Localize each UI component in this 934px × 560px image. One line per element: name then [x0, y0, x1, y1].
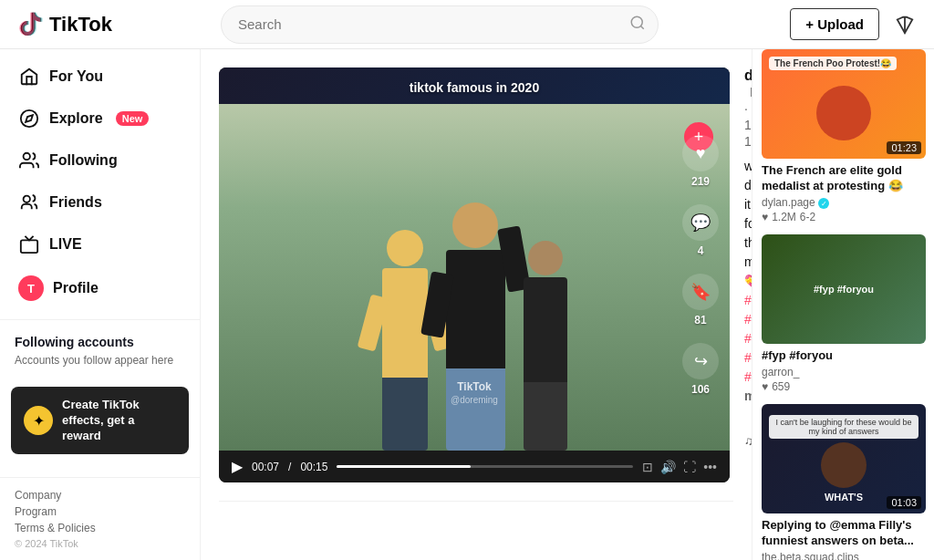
verified-badge-1: ✓ — [818, 198, 829, 209]
control-icons: ⊡ 🔊 ⛶ ••• — [642, 460, 717, 474]
sidebar-item-label: Explore — [49, 110, 103, 127]
creator-date: Ming · 1-18 — [744, 85, 752, 149]
card2-title: #fyp #foryou — [808, 278, 879, 300]
sidebar-item-label: For You — [49, 68, 103, 85]
comment-count: 4 — [698, 244, 704, 257]
time-sep: / — [288, 461, 291, 473]
thumb-duration-1: 01:23 — [887, 141, 921, 154]
suggested-title-3: Replying to @emma Filly's funniest answe… — [762, 518, 934, 549]
notification-icon[interactable] — [890, 10, 919, 39]
volume-icon[interactable]: 🔊 — [660, 460, 676, 474]
share-icon: ↪ — [682, 343, 719, 379]
sidebar-item-explore[interactable]: Explore New — [7, 99, 192, 139]
search-icon[interactable] — [629, 15, 646, 35]
comment-button[interactable]: 💬 4 — [682, 204, 719, 257]
sidebar-item-label: LIVE — [49, 236, 82, 253]
thumb-duration-3: 01:03 — [887, 496, 921, 509]
video-player: tiktok famous in 2020 — [219, 67, 730, 482]
sidebar-nav: For You Explore New Following Friend — [0, 57, 200, 312]
hashtag-2[interactable]: #blindinglightsdance — [744, 312, 752, 327]
progress-fill — [337, 465, 470, 468]
hashtag-5[interactable]: #pandemicdancechallenge — [744, 369, 752, 384]
sidebar-item-live[interactable]: LIVE — [7, 224, 192, 264]
feed: tiktok famous in 2020 — [201, 49, 752, 560]
following-accounts-desc: Accounts you follow appear here — [15, 353, 185, 368]
bookmark-icon: 🔖 — [682, 274, 719, 310]
header: TikTok + Upload — [0, 0, 934, 49]
sidebar-item-label: Profile — [53, 280, 99, 296]
header-right: + Upload — [790, 8, 919, 40]
main-layout: For You Explore New Following Friend — [0, 49, 934, 560]
video-overlay-text: tiktok famous in 2020 — [410, 80, 539, 95]
logo-area: TikTok — [15, 10, 206, 39]
suggested-title-2: #fyp #foryou — [762, 348, 934, 364]
heart-icon: ♥ — [682, 135, 719, 171]
suggested-thumb-3: I can't be laughing for these would be m… — [762, 404, 926, 513]
progress-bar[interactable] — [337, 465, 633, 468]
suggested-creator-1: dylan.page ✓ — [762, 196, 934, 210]
right-sidebar: The French Poo Protest!😂 01:23 The Frenc… — [752, 49, 934, 560]
fullscreen-icon[interactable]: ⛶ — [683, 460, 696, 474]
footer-program-link[interactable]: Program — [15, 505, 185, 518]
upload-button[interactable]: + Upload — [790, 8, 879, 40]
suggested-thumb-1: The French Poo Protest!😂 01:23 — [762, 49, 926, 159]
comment-icon: 💬 — [682, 204, 719, 241]
svg-rect-8 — [21, 240, 37, 253]
create-effects-button[interactable]: ✦ Create TikTok effects, get a reward — [11, 387, 189, 455]
following-section: Following accounts Accounts you follow a… — [0, 319, 200, 376]
hashtag-4[interactable]: #pandemicdance — [744, 350, 752, 365]
bookmark-button[interactable]: 🔖 81 — [682, 274, 719, 327]
suggested-card-3[interactable]: I can't be laughing for these would be m… — [762, 404, 934, 560]
sidebar: For You Explore New Following Friend — [0, 49, 201, 560]
sidebar-item-following[interactable]: Following — [7, 140, 192, 181]
logo-text: TikTok — [49, 13, 112, 36]
sidebar-item-friends[interactable]: Friends — [7, 182, 192, 223]
search-bar — [221, 5, 659, 44]
search-input[interactable] — [221, 5, 659, 44]
suggested-creator-2: garron_ — [762, 366, 934, 379]
watermark-handle: @doreming — [451, 395, 498, 405]
hashtag-1[interactable]: #blindinglightschallenge — [744, 293, 752, 307]
more-icon[interactable]: ••• — [703, 460, 717, 474]
svg-line-1 — [640, 26, 643, 28]
suggested-thumb-2: #fyp #foryou — [762, 234, 926, 344]
play-button[interactable]: ▶ — [232, 458, 243, 475]
home-icon — [18, 66, 40, 88]
suggested-creator-3: the.beta.squad.clips — [762, 551, 934, 560]
svg-point-4 — [21, 110, 37, 127]
like-button[interactable]: ♥ 219 — [682, 135, 719, 188]
sidebar-item-profile[interactable]: T Profile — [7, 266, 192, 310]
create-effects-label: Create TikTok effects, get a reward — [62, 398, 176, 444]
share-count: 106 — [691, 383, 710, 396]
live-icon — [18, 233, 40, 255]
footer-company-link[interactable]: Company — [15, 489, 185, 502]
users-icon — [18, 150, 40, 171]
video-controls: ▶ 00:07 / 00:15 ⊡ 🔊 ⛶ ••• — [219, 451, 730, 482]
sidebar-footer: Company Program Terms & Policies © 2024 … — [0, 477, 200, 560]
svg-marker-5 — [26, 115, 33, 122]
tiktok-logo-icon — [15, 10, 44, 39]
footer-terms-link[interactable]: Terms & Policies — [15, 522, 185, 534]
following-accounts-title: Following accounts — [15, 335, 185, 349]
footer-copyright: © 2024 TikTok — [15, 538, 185, 549]
friends-icon — [18, 192, 40, 213]
suggested-card-2[interactable]: #fyp #foryou #fyp #foryou garron_ ♥659 — [762, 234, 934, 393]
like-count: 219 — [691, 175, 710, 188]
svg-point-6 — [24, 153, 30, 160]
create-effects-icon: ✦ — [24, 406, 53, 435]
suggested-card-1[interactable]: The French Poo Protest!😂 01:23 The Frenc… — [762, 49, 934, 223]
hashtag-3[interactable]: #blindinglightscover — [744, 331, 752, 346]
video-card: tiktok famous in 2020 — [219, 49, 733, 502]
explore-new-badge: New — [116, 111, 150, 126]
suggested-title-1: The French are elite gold medalist at pr… — [762, 163, 934, 194]
creator-name[interactable]: doreming — [744, 67, 752, 83]
caption-icon[interactable]: ⊡ — [642, 460, 653, 474]
more-button[interactable]: more — [744, 389, 752, 403]
sidebar-item-for-you[interactable]: For You — [7, 57, 192, 97]
content-area: tiktok famous in 2020 — [201, 49, 934, 560]
share-button[interactable]: ↪ 106 — [682, 343, 719, 396]
video-preview: tiktok famous in 2020 — [219, 67, 730, 451]
compass-icon — [18, 108, 40, 130]
suggested-stats-2: ♥659 — [762, 380, 934, 393]
music-icon: ♫ — [744, 434, 752, 448]
